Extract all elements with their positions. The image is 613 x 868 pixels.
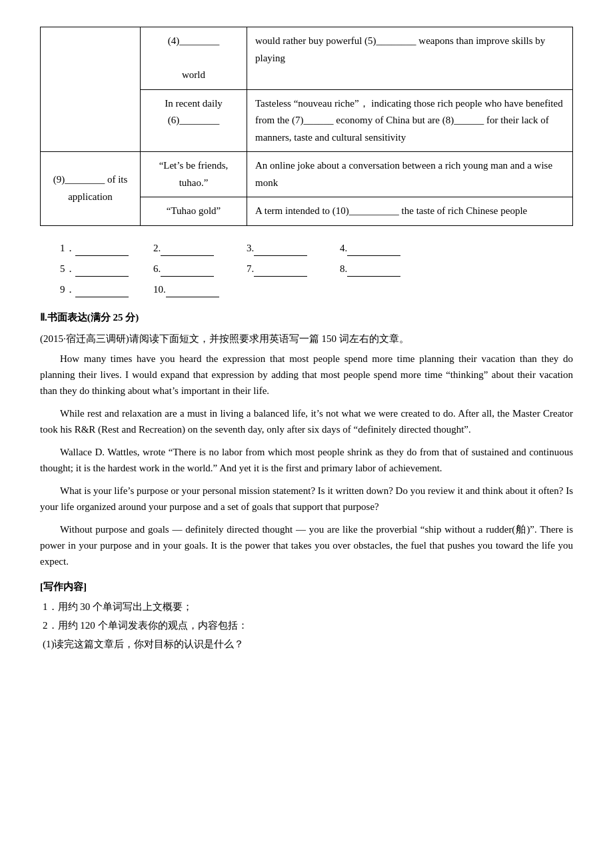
paragraph-5: Without purpose and goals — definitely d… <box>40 521 573 569</box>
main-table: (4)________worldwould rather buy powerfu… <box>40 27 573 226</box>
answers-row-1: 1． 2. 3. 4. <box>60 239 573 256</box>
answers-row-3: 9． 10. <box>60 281 573 297</box>
paragraph-2: While rest and relaxation are a must in … <box>40 405 573 437</box>
table-cell-col3-row0: would rather buy powerful (5)________ we… <box>247 27 573 90</box>
answer-4: 4. <box>340 239 433 256</box>
paragraph-4: What is your life’s purpose or your pers… <box>40 483 573 515</box>
answers-section: 1． 2. 3. 4. 5． 6. 7. 8. 9． 10. <box>60 239 573 297</box>
table-cell-col3-row1: Tasteless “nouveau riche”， indicating th… <box>247 89 573 152</box>
writing-item-1: 1．用约 30 个单词写出上文概要； <box>43 599 573 615</box>
table-cell-col2-row3: “Tuhao gold” <box>141 197 247 226</box>
writing-content: [写作内容] 1．用约 30 个单词写出上文概要；2．用约 120 个单词发表你… <box>40 579 573 652</box>
section-2: Ⅱ.书面表达(满分 25 分) (2015·宿迁高三调研)请阅读下面短文，并按照… <box>40 309 573 652</box>
table-cell-col1-rows01 <box>41 27 141 152</box>
answer-7: 7. <box>247 260 340 277</box>
answer-2: 2. <box>153 239 247 256</box>
paragraphs-container: How many times have you heard the expres… <box>40 351 573 569</box>
table-cell-col3-row2: An online joke about a conversation betw… <box>247 152 573 197</box>
section-2-title: Ⅱ.书面表达(满分 25 分) <box>40 309 573 325</box>
answers-row-2: 5． 6. 7. 8. <box>60 260 573 277</box>
answer-8: 8. <box>340 260 433 277</box>
paragraph-3: Wallace D. Wattles, wrote “There is no l… <box>40 444 573 476</box>
writing-item-3: (1)读完这篇文章后，你对目标的认识是什么？ <box>43 636 573 652</box>
table-cell-col3-row3: A term intended to (10)__________ the ta… <box>247 197 573 226</box>
answer-10: 10. <box>153 281 247 297</box>
writing-item-2: 2．用约 120 个单词发表你的观点，内容包括： <box>43 617 573 633</box>
answer-5: 5． <box>60 260 153 277</box>
table-cell-col2-row2: “Let’s be friends, tuhao.” <box>141 152 247 197</box>
answer-9: 9． <box>60 281 153 297</box>
writing-items-container: 1．用约 30 个单词写出上文概要；2．用约 120 个单词发表你的观点，内容包… <box>40 599 573 652</box>
section-2-title-text: Ⅱ.书面表达(满分 25 分) <box>40 312 139 323</box>
table-cell-col2-row0: (4)________world <box>141 27 247 90</box>
table-cell-col1-rows23: (9)________ of itsapplication <box>41 152 141 226</box>
paragraph-1: How many times have you heard the expres… <box>40 351 573 399</box>
table-cell-col2-row1: In recent daily(6)________ <box>141 89 247 152</box>
answer-6: 6. <box>153 260 247 277</box>
writing-content-title: [写作内容] <box>40 579 573 595</box>
answer-1: 1． <box>60 239 153 256</box>
passage-intro: (2015·宿迁高三调研)请阅读下面短文，并按照要求用英语写一篇 150 词左右… <box>40 331 573 347</box>
answer-3: 3. <box>247 239 340 256</box>
